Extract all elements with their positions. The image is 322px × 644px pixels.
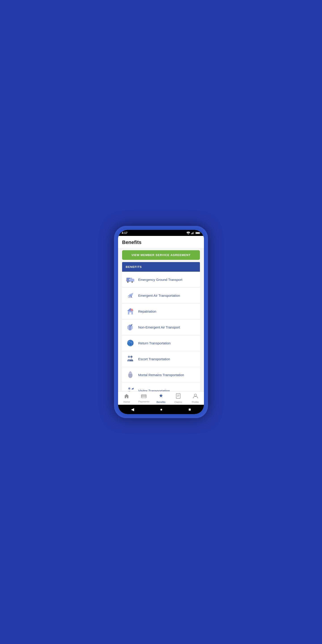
nav-item-home[interactable]: Home (120, 394, 133, 403)
benefits-section-header: BENEFITS (122, 262, 200, 272)
svg-rect-40 (141, 396, 146, 396)
benefits-icon (158, 393, 164, 400)
svg-rect-1 (191, 233, 192, 234)
benefit-item-escort-transportation[interactable]: Escort Transportation (122, 351, 200, 367)
app-header: Benefits (118, 236, 204, 248)
nav-benefits-label: Benefits (156, 401, 166, 404)
svg-rect-18 (129, 312, 132, 314)
nav-item-claims[interactable]: Claims (172, 393, 185, 404)
svg-point-14 (132, 281, 133, 283)
nav-item-benefits[interactable]: Benefits (154, 393, 168, 404)
svg-marker-38 (124, 394, 129, 398)
nav-item-payments[interactable]: Payments (137, 394, 150, 403)
benefit-item-emergency-ground[interactable]: Emergency Ground Transport (122, 272, 200, 288)
emergent-air-label: Emergent Air Transportation (138, 294, 180, 298)
nav-profile-label: Profile (192, 401, 199, 404)
non-emergent-air-label: Non-Emergent Air Transport (138, 325, 180, 329)
svg-point-13 (127, 281, 128, 283)
svg-rect-6 (200, 232, 200, 233)
android-back-button[interactable]: ◀ (131, 407, 134, 412)
android-nav-bar: ◀ ● ■ (118, 405, 204, 414)
benefit-item-mortal-remains[interactable]: Mortal Remains Transportation (122, 367, 200, 383)
svg-text:!: ! (131, 309, 132, 311)
benefit-item-emergent-air[interactable]: Emergent Air Transportation (122, 288, 200, 304)
repatriation-icon: ! (126, 306, 135, 316)
svg-point-30 (130, 356, 132, 358)
visitor-transportation-icon (126, 386, 135, 391)
nav-claims-label: Claims (174, 401, 182, 404)
benefits-list-container: BENEFITS (122, 262, 200, 391)
svg-rect-2 (192, 232, 192, 234)
mortal-remains-label: Mortal Remains Transportation (138, 373, 184, 377)
svg-rect-7 (196, 232, 199, 233)
page-title: Benefits (122, 240, 142, 245)
return-transportation-label: Return Transportation (138, 341, 170, 345)
payments-icon (141, 394, 146, 400)
svg-point-29 (128, 356, 130, 358)
signal-icon (191, 232, 194, 234)
phone-screen: 4:17 (118, 230, 204, 414)
svg-point-45 (194, 394, 196, 396)
screen-content: Benefits VIEW MEMBER SERVICE AGREEMENT B… (118, 236, 204, 391)
profile-icon (193, 393, 198, 400)
svg-rect-10 (132, 279, 134, 282)
svg-rect-34 (130, 371, 131, 372)
svg-rect-31 (131, 358, 132, 360)
svg-rect-41 (176, 394, 180, 398)
emergency-ground-label: Emergency Ground Transport (138, 278, 182, 282)
emergency-ground-icon (126, 275, 135, 284)
status-time: 4:17 (122, 231, 128, 234)
benefit-item-non-emergent-air[interactable]: Non-Emergent Air Transport (122, 319, 200, 335)
svg-rect-4 (194, 232, 194, 234)
claims-icon (176, 393, 180, 400)
repatriation-label: Repatriation (138, 310, 156, 313)
mortal-remains-icon (126, 370, 135, 380)
wifi-icon (186, 232, 190, 234)
visitor-transportation-label: Visitor Transportation (138, 389, 170, 392)
nav-home-label: Home (124, 400, 130, 403)
status-icons (186, 232, 200, 234)
benefit-item-repatriation[interactable]: ! Repatriation (122, 304, 200, 319)
return-transportation-icon (126, 338, 135, 348)
battery-icon (196, 232, 200, 234)
bottom-nav: Home Payments Benefits (118, 391, 204, 405)
emergent-air-icon (126, 291, 135, 300)
android-home-button[interactable]: ● (160, 407, 162, 412)
member-service-button[interactable]: VIEW MEMBER SERVICE AGREEMENT (122, 250, 200, 260)
nav-payments-label: Payments (138, 400, 149, 403)
phone-frame: 4:17 (114, 226, 208, 418)
status-bar: 4:17 (118, 230, 204, 236)
benefit-item-visitor-transportation[interactable]: Visitor Transportation (122, 383, 200, 391)
svg-point-19 (130, 308, 133, 311)
svg-point-0 (188, 234, 189, 234)
benefit-item-return-transportation[interactable]: Return Transportation (122, 335, 200, 351)
non-emergent-air-icon (126, 322, 135, 332)
svg-point-35 (128, 388, 130, 390)
escort-transportation-icon (126, 354, 135, 364)
svg-rect-3 (193, 232, 193, 234)
escort-transportation-label: Escort Transportation (138, 357, 170, 361)
home-icon (124, 394, 129, 400)
android-recent-button[interactable]: ■ (188, 407, 191, 412)
nav-item-profile[interactable]: Profile (189, 393, 202, 404)
